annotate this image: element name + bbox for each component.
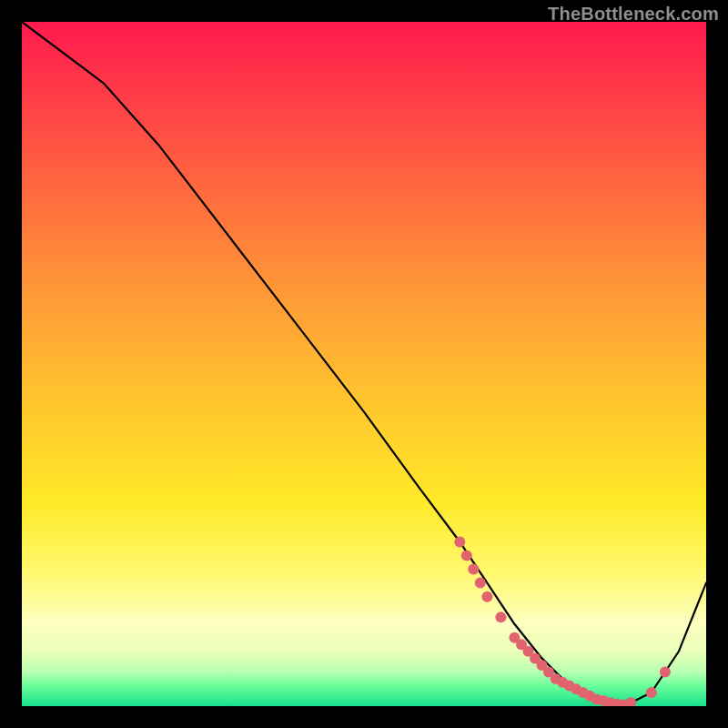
marker-dot bbox=[495, 612, 506, 622]
marker-dot bbox=[557, 677, 568, 688]
marker-dots bbox=[454, 537, 671, 707]
marker-dot bbox=[509, 632, 520, 643]
marker-dot bbox=[461, 551, 472, 561]
marker-dot bbox=[598, 695, 609, 706]
marker-dot bbox=[584, 691, 595, 702]
marker-dot bbox=[481, 592, 492, 602]
marker-dot bbox=[619, 700, 630, 707]
marker-dot bbox=[537, 660, 548, 671]
chart-stage: TheBottleneck.com bbox=[0, 0, 728, 728]
marker-dot bbox=[475, 578, 486, 589]
marker-dot bbox=[605, 697, 616, 706]
marker-dot bbox=[592, 694, 602, 705]
marker-dot bbox=[543, 666, 554, 677]
marker-dot bbox=[551, 673, 561, 684]
marker-dot bbox=[660, 666, 671, 677]
marker-dot bbox=[468, 564, 479, 575]
marker-dot bbox=[646, 687, 657, 698]
marker-dot bbox=[530, 652, 541, 663]
marker-dot bbox=[571, 683, 581, 694]
marker-dot bbox=[578, 687, 589, 698]
gradient-plot-area bbox=[22, 22, 706, 706]
marker-dot bbox=[523, 646, 534, 657]
marker-dot bbox=[564, 680, 575, 691]
marker-dot bbox=[454, 537, 465, 548]
bottleneck-curve bbox=[22, 22, 706, 706]
marker-dot bbox=[516, 639, 527, 650]
marker-dot bbox=[625, 697, 636, 706]
marker-dot bbox=[612, 699, 622, 706]
chart-svg bbox=[22, 22, 706, 706]
